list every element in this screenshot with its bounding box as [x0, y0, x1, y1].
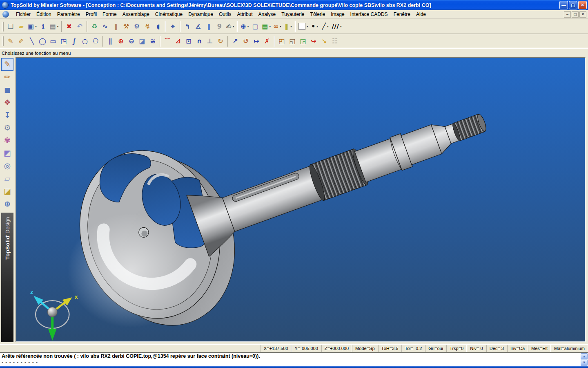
zoom-plus-dropdown[interactable]: ▾: [247, 25, 249, 28]
axes-arrows[interactable]: ↰: [182, 21, 193, 32]
menu-attribut[interactable]: Attribut: [234, 11, 256, 18]
spline[interactable]: ∫: [69, 36, 80, 47]
point-style-dropdown[interactable]: ▾: [316, 25, 318, 28]
print[interactable]: ▤▾: [49, 21, 60, 32]
menu-fen-tre[interactable]: Fenêtre: [391, 11, 413, 18]
current-color-dropdown[interactable]: ▾: [307, 25, 308, 28]
point-style[interactable]: •▾: [309, 21, 320, 32]
menu-param-tre[interactable]: Paramètre: [54, 11, 83, 18]
refresh-view[interactable]: ▤▾: [261, 21, 272, 32]
menu-forme[interactable]: Forme: [100, 11, 120, 18]
mode-sheet-metal[interactable]: ◪: [1, 185, 13, 197]
solid-primitive[interactable]: ◪: [137, 36, 147, 47]
undo[interactable]: ↶: [74, 21, 85, 32]
rectangle[interactable]: ▭: [48, 36, 58, 47]
new-document[interactable]: ❏: [5, 21, 16, 32]
constraint[interactable]: ⊥: [205, 36, 215, 47]
menu-interface-cadds[interactable]: Interface CADDS: [347, 11, 391, 18]
polygon[interactable]: ⎔: [90, 36, 101, 47]
edit-curve[interactable]: ∿: [100, 21, 110, 32]
oblong-slot[interactable]: ⊖: [126, 36, 137, 47]
dimension[interactable]: ↦: [251, 36, 262, 47]
menu-image[interactable]: Image: [328, 11, 347, 18]
zoom-window[interactable]: ▢: [250, 21, 261, 32]
menu-profil[interactable]: Profil: [83, 11, 100, 18]
chamfer[interactable]: ⊿: [173, 36, 183, 47]
parallel-lines[interactable]: ∥: [105, 36, 116, 47]
viewport[interactable]: z x y: [16, 57, 586, 342]
mode-mechanism[interactable]: ⚙: [1, 121, 13, 134]
minimize-button[interactable]: —: [559, 1, 568, 9]
viewport-canvas[interactable]: z x y: [16, 58, 585, 341]
trim[interactable]: ⊡: [183, 36, 194, 47]
hatch-style[interactable]: ///▾: [330, 21, 343, 32]
menu-outils[interactable]: Outils: [216, 11, 234, 18]
sketch[interactable]: ✎: [5, 36, 16, 47]
scroll-up-button[interactable]: ▲: [581, 353, 588, 359]
mode-machining[interactable]: ↧: [1, 109, 13, 121]
ellipse[interactable]: ○: [80, 36, 90, 47]
line[interactable]: ╲: [27, 36, 37, 47]
document-info[interactable]: ℹ: [38, 21, 49, 32]
mode-rendering[interactable]: ✾: [1, 134, 13, 147]
menu-t-lerie[interactable]: Tôlerie: [307, 11, 328, 18]
origin-snap[interactable]: ⌖: [167, 21, 178, 32]
boss-operation[interactable]: ◲: [298, 36, 308, 47]
restore-button[interactable]: ▢: [569, 1, 577, 9]
close-button[interactable]: ✕: [578, 1, 587, 9]
sketch-3d[interactable]: ✐: [16, 36, 27, 47]
scroll-down-button[interactable]: ▼: [581, 360, 588, 366]
menu-fichier[interactable]: Fichier: [13, 11, 33, 18]
mdi-restore-button[interactable]: ▢: [572, 11, 579, 18]
delete[interactable]: ✖: [64, 21, 74, 32]
tools-hammer[interactable]: ⚒: [121, 21, 131, 32]
view-mode-glasses-dropdown[interactable]: ▾: [280, 25, 281, 28]
recycle-bin[interactable]: ♻: [89, 21, 100, 32]
direction-tool[interactable]: ∡: [193, 21, 203, 32]
fillet[interactable]: ⌒: [162, 36, 173, 47]
message-scrollbar[interactable]: ▲ ▼: [581, 353, 588, 366]
mode-bent-plate[interactable]: ◩: [1, 147, 13, 159]
mode-sketch-3d[interactable]: ✏: [1, 71, 13, 83]
zoom-plus[interactable]: ⊕▾: [239, 21, 250, 32]
open-folder[interactable]: ▰: [16, 21, 27, 32]
mode-sketch[interactable]: ✎: [1, 58, 13, 71]
line-style-dropdown[interactable]: ▾: [327, 25, 329, 28]
repetition[interactable]: ➘: [319, 36, 330, 47]
save-dropdown[interactable]: ▾: [35, 25, 37, 28]
hatch-style-dropdown[interactable]: ▾: [340, 25, 342, 28]
measure-distance[interactable]: ↗: [230, 36, 241, 47]
measure-angle[interactable]: ↺: [241, 36, 251, 47]
render-sphere[interactable]: ◖: [153, 21, 163, 32]
modify-curve[interactable]: ↻: [215, 36, 226, 47]
attribute-tool[interactable]: ↯: [142, 21, 153, 32]
modification-hand-dropdown[interactable]: ▾: [233, 25, 234, 28]
repetition-list[interactable]: ☷: [330, 36, 340, 47]
print-dropdown[interactable]: ▾: [57, 25, 59, 28]
mode-flat-plate[interactable]: ▱: [1, 172, 13, 185]
menu-cin-matique[interactable]: Cinématique: [152, 11, 185, 18]
refresh-view-dropdown[interactable]: ▾: [269, 25, 271, 28]
menu-assemblage[interactable]: Assemblage: [120, 11, 152, 18]
row1-grip[interactable]: [2, 22, 4, 31]
contour-frame[interactable]: ◳: [58, 36, 69, 47]
mdi-close-button[interactable]: ✕: [579, 11, 586, 18]
mdi-minimize-button[interactable]: –: [564, 11, 571, 18]
view-mode-glasses[interactable]: ∞▾: [272, 21, 283, 32]
menu-tuyauterie[interactable]: Tuyauterie: [278, 11, 307, 18]
transform-operation[interactable]: ↪: [308, 36, 319, 47]
modification-hand[interactable]: ✍▾: [225, 21, 235, 32]
pocket-operation[interactable]: ◱: [287, 36, 298, 47]
closed-slot[interactable]: ∩: [194, 36, 205, 47]
shaded-view[interactable]: ❚▾: [283, 21, 293, 32]
magnet-tool[interactable]: 9: [214, 21, 225, 32]
delete-operation[interactable]: ✗: [262, 36, 272, 47]
current-color[interactable]: ▾: [297, 21, 310, 32]
update-tool[interactable]: ⚙: [131, 21, 142, 32]
menu--dition[interactable]: Édition: [33, 11, 54, 18]
save[interactable]: ▣▾: [27, 21, 38, 32]
mode-tube[interactable]: ◎: [1, 159, 13, 172]
line-style[interactable]: ╱▾: [320, 21, 330, 32]
circle[interactable]: ◯: [37, 36, 48, 47]
shaded-view-dropdown[interactable]: ▾: [290, 25, 292, 28]
